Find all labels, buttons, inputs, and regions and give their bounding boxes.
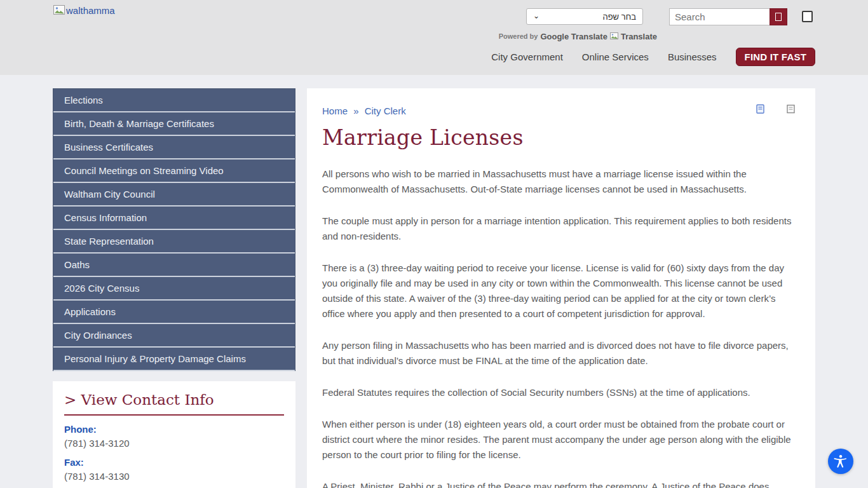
search-group [669,8,787,25]
site-logo-text: walthamma [66,5,115,16]
site-logo-link[interactable]: walthamma [53,5,115,17]
search-button[interactable] [770,8,787,25]
sidebar-item-business-certificates[interactable]: Business Certificates [53,136,295,159]
broken-image-icon [53,5,65,17]
broken-image-icon[interactable] [802,11,813,22]
google-translate-brand: Google Translate [540,32,607,41]
chevron-down-icon: ⌄ [533,12,539,20]
paragraph: Federal Statutes requires the collection… [322,385,800,400]
contact-info-box: > View Contact Info Phone: (781) 314-312… [53,381,295,488]
sidebar-item-birth-death-marriage-certificates[interactable]: Birth, Death & Marriage Certificates [53,112,295,136]
sidebar-item-elections[interactable]: Elections [53,89,295,112]
accessibility-person-icon [833,454,848,469]
paragraph: When either person is under (18) eightee… [322,417,800,463]
google-translate-attribution: Powered by Google Translate Translate [499,30,657,42]
translate-link[interactable]: Translate [621,32,657,41]
sidebar-menu: Elections Birth, Death & Marriage Certif… [53,88,295,371]
page: walthamma ⌄ בחר שפה Powered by Google Tr… [0,0,868,488]
sidebar-item-state-representation[interactable]: State Representation [53,230,295,254]
page-action-icons [756,104,795,116]
nav-city-government[interactable]: City Government [491,51,563,62]
breadcrumb-separator: » [353,105,358,116]
sidebar-item-personal-injury-property-damage-claims[interactable]: Personal Injury & Property Damage Claims [53,348,295,371]
broken-image-icon [775,13,782,21]
breadcrumb-home-link[interactable]: Home [322,105,348,116]
sidebar-item-council-meetings-streaming-video[interactable]: Council Meetings on Streaming Video [53,159,295,183]
broken-image-icon [610,30,618,42]
sidebar-item-waltham-city-council[interactable]: Waltham City Council [53,183,295,207]
page-title: Marriage Licenses [322,125,800,150]
accessibility-widget-button[interactable] [828,449,853,474]
paragraph: The couple must apply in person for a ma… [322,214,800,244]
breadcrumb: Home » City Clerk [322,105,406,116]
find-it-fast-button[interactable]: FIND IT FAST [736,48,815,66]
paragraph: Any person filing in Massachusetts who h… [322,338,800,369]
phone-number: (781) 314-3120 [64,438,284,449]
email-page-icon[interactable] [787,104,795,116]
powered-by-label: Powered by [499,32,538,40]
paragraph: A Priest, Minister, Rabbi or a Justice o… [322,479,800,488]
sidebar-item-oaths[interactable]: Oaths [53,254,295,277]
site-header: walthamma ⌄ בחר שפה Powered by Google Tr… [0,0,868,75]
sidebar-item-applications[interactable]: Applications [53,301,295,324]
search-input[interactable] [669,8,770,25]
sidebar-item-2026-city-census[interactable]: 2026 City Census [53,277,295,301]
language-select-value: בחר שפה [539,12,636,22]
fax-number: (781) 314-3130 [64,471,284,482]
sidebar-item-census-information[interactable]: Census Information [53,207,295,230]
paragraph: There is a (3) three-day waiting period … [322,261,800,322]
view-contact-info-link[interactable]: > View Contact Info [64,391,284,416]
main-nav: City Government Online Services Business… [491,48,815,66]
sidebar-item-city-ordinances[interactable]: City Ordinances [53,324,295,348]
fax-label: Fax: [64,457,284,468]
print-page-icon[interactable] [756,104,764,116]
main-content: Home » City Clerk Marriage Licenses All … [307,88,815,488]
breadcrumb-city-clerk-link[interactable]: City Clerk [365,105,406,116]
paragraph: All persons who wish to be married in Ma… [322,166,800,197]
nav-online-services[interactable]: Online Services [582,51,649,62]
phone-label: Phone: [64,424,284,435]
nav-businesses[interactable]: Businesses [668,51,717,62]
language-select[interactable]: ⌄ בחר שפה [526,8,643,25]
